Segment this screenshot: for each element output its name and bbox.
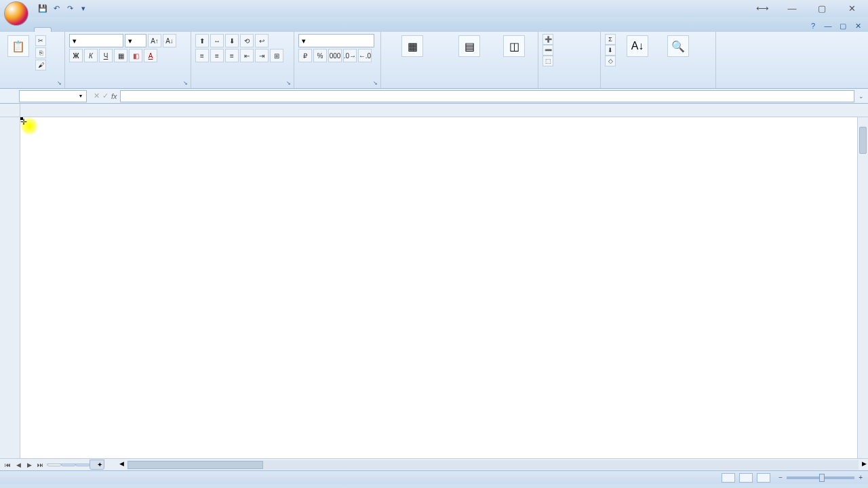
clipboard-icon: 📋: [7, 35, 29, 57]
find-icon: 🔍: [667, 35, 689, 57]
number-format-select[interactable]: ▾: [298, 34, 374, 47]
status-bar: − +: [0, 470, 868, 484]
bold-button[interactable]: Ж: [69, 49, 83, 62]
new-sheet-icon[interactable]: ✦: [90, 460, 104, 470]
sheet-tab-3[interactable]: [75, 464, 90, 466]
align-top-icon[interactable]: ⬆: [195, 34, 209, 47]
help-icon[interactable]: ?: [807, 20, 819, 32]
align-bottom-icon[interactable]: ⬇: [225, 34, 239, 47]
ribbon-tabs: ? — ▢ ✕: [0, 17, 868, 32]
merge-cells-icon[interactable]: ⊞: [270, 49, 283, 62]
page-break-view-icon[interactable]: [757, 473, 770, 483]
prev-sheet-icon[interactable]: ◀: [14, 462, 23, 468]
format-cells-button[interactable]: ⬚: [542, 56, 555, 66]
ribbon: 📋 ✂ ⎘ 🖌 ↘ ▾ ▾ A↑ A↓ Ж: [0, 32, 868, 89]
horizontal-scrollbar[interactable]: ◀ ▶: [118, 460, 868, 470]
delete-icon: ➖: [542, 45, 553, 56]
wrap-text-icon[interactable]: ↩: [255, 34, 269, 47]
close-icon[interactable]: ✕: [844, 3, 860, 15]
insert-cells-button[interactable]: ➕: [542, 34, 555, 45]
increase-decimal-icon[interactable]: .0→: [343, 49, 357, 62]
fx-icon[interactable]: fx: [111, 92, 117, 100]
comma-icon[interactable]: 000: [328, 49, 342, 62]
autosum-icon[interactable]: Σ: [605, 34, 616, 45]
font-color-button[interactable]: A: [144, 49, 157, 62]
name-box[interactable]: ▾: [19, 90, 87, 102]
formula-input[interactable]: [120, 90, 854, 102]
first-sheet-icon[interactable]: ⏮: [3, 462, 12, 468]
cancel-formula-icon[interactable]: ✕: [94, 92, 100, 100]
page-layout-view-icon[interactable]: [739, 473, 753, 483]
enter-formula-icon[interactable]: ✓: [102, 92, 108, 100]
select-all-corner[interactable]: [0, 104, 20, 117]
clear-icon[interactable]: ◇: [605, 56, 616, 66]
formula-bar: ▾ ✕ ✓ fx ⌄: [0, 89, 868, 104]
align-right-icon[interactable]: ≡: [225, 49, 239, 62]
undo-icon[interactable]: ↶: [50, 3, 62, 15]
paste-button[interactable]: 📋: [4, 34, 33, 58]
ribbon-minimize-icon[interactable]: —: [822, 20, 834, 32]
align-center-icon[interactable]: ≡: [210, 49, 224, 62]
minimize-icon[interactable]: —: [784, 3, 800, 15]
next-sheet-icon[interactable]: ▶: [24, 462, 34, 468]
column-headers[interactable]: [20, 104, 868, 117]
sheet-tab-2[interactable]: [61, 464, 76, 466]
cell-styles-button[interactable]: ◫: [499, 34, 529, 58]
tab-home[interactable]: [34, 27, 52, 32]
workbook-close-icon[interactable]: ✕: [852, 20, 864, 32]
copy-icon[interactable]: ⎘: [35, 47, 46, 58]
scroll-thumb[interactable]: [127, 461, 263, 469]
formula-bar-expand-icon[interactable]: ⌄: [859, 93, 864, 100]
table-format-icon: ▤: [458, 35, 480, 57]
decrease-decimal-icon[interactable]: ←.0: [358, 49, 372, 62]
align-middle-icon[interactable]: ↔: [210, 34, 224, 47]
vertical-scrollbar[interactable]: [857, 117, 868, 458]
format-as-table-button[interactable]: ▤: [442, 34, 496, 58]
increase-indent-icon[interactable]: ⇥: [255, 49, 269, 62]
title-bar: 💾 ↶ ↷ ▾ ⟷ — ▢ ✕: [0, 0, 868, 17]
italic-button[interactable]: К: [84, 49, 98, 62]
dialog-launcher-icon[interactable]: ↘: [371, 79, 379, 87]
decrease-indent-icon[interactable]: ⇤: [240, 49, 254, 62]
workbook-restore-icon[interactable]: ▢: [837, 20, 849, 32]
sheet-tab-1[interactable]: [47, 464, 62, 466]
dialog-launcher-icon[interactable]: ↘: [55, 79, 63, 87]
decrease-font-icon[interactable]: A↓: [163, 34, 176, 47]
increase-font-icon[interactable]: A↑: [148, 34, 161, 47]
underline-button[interactable]: Ч: [99, 49, 113, 62]
percent-icon[interactable]: %: [313, 49, 327, 62]
format-painter-icon[interactable]: 🖌: [35, 60, 46, 70]
dialog-launcher-icon[interactable]: ↘: [181, 79, 189, 87]
office-button[interactable]: [4, 1, 28, 26]
last-sheet-icon[interactable]: ⏭: [35, 462, 45, 468]
sort-filter-button[interactable]: A↓: [618, 34, 656, 58]
find-select-button[interactable]: 🔍: [659, 34, 697, 58]
cut-icon[interactable]: ✂: [35, 35, 46, 46]
save-icon[interactable]: 💾: [37, 3, 49, 15]
cell-styles-icon: ◫: [503, 35, 525, 57]
font-name-select[interactable]: ▾: [69, 34, 123, 47]
zoom-slider[interactable]: [787, 476, 854, 479]
zoom-in-icon[interactable]: +: [859, 474, 863, 481]
scroll-thumb[interactable]: [859, 127, 867, 154]
maximize-icon[interactable]: ▢: [814, 3, 830, 15]
currency-icon[interactable]: ₽: [298, 49, 312, 62]
fill-color-button[interactable]: ◧: [129, 49, 142, 62]
font-size-select[interactable]: ▾: [125, 34, 146, 47]
zoom-out-icon[interactable]: −: [778, 474, 783, 481]
conditional-formatting-button[interactable]: ▦: [385, 34, 439, 58]
align-left-icon[interactable]: ≡: [195, 49, 209, 62]
worksheet-grid[interactable]: ✛: [0, 104, 868, 458]
insert-icon: ➕: [542, 34, 553, 45]
cond-format-icon: ▦: [401, 35, 423, 57]
normal-view-icon[interactable]: [722, 473, 735, 483]
redo-icon[interactable]: ↷: [64, 3, 76, 15]
sheet-tab-bar: ⏮ ◀ ▶ ⏭ ✦ ◀ ▶: [0, 458, 868, 470]
orientation-icon[interactable]: ⟲: [240, 34, 254, 47]
fill-icon[interactable]: ⬇: [605, 45, 616, 56]
unknown-icon[interactable]: ⟷: [754, 3, 770, 15]
delete-cells-button[interactable]: ➖: [542, 45, 555, 56]
qat-dropdown-icon[interactable]: ▾: [77, 3, 90, 15]
dialog-launcher-icon[interactable]: ↘: [284, 79, 292, 87]
border-button[interactable]: ▦: [114, 49, 127, 62]
